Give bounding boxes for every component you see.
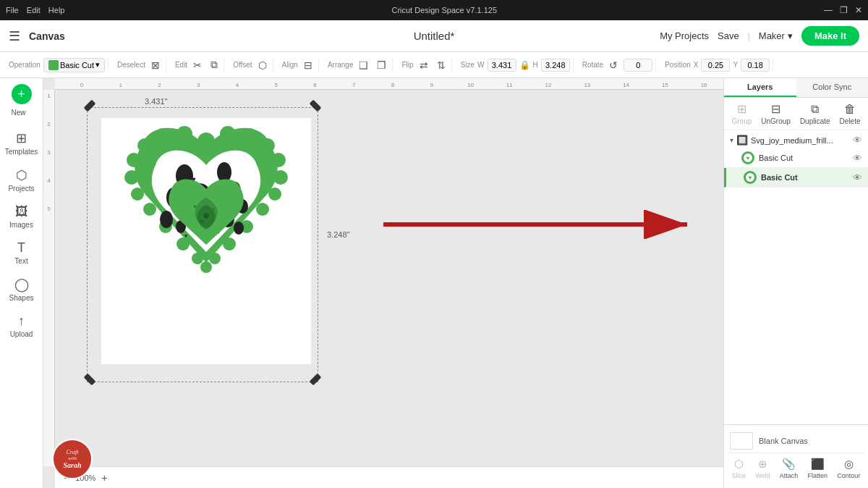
main-area: + New ⊞ Templates ⬡ Projects 🖼 Images T … xyxy=(0,78,868,488)
arrange-icon[interactable]: ❑ xyxy=(356,58,371,72)
svg-point-20 xyxy=(155,128,171,144)
templates-icon: ⊞ xyxy=(16,130,27,146)
sidebar-item-shapes[interactable]: ◯ Shapes xyxy=(0,272,43,306)
file-menu[interactable]: File xyxy=(6,6,19,14)
svg-point-13 xyxy=(176,237,190,251)
edit-icon[interactable]: ✂ xyxy=(190,58,205,72)
layer-group-header[interactable]: ▾ 🔲 Svg_joy_medium_frill... 👁 xyxy=(724,132,868,148)
edit-copy-icon[interactable]: ⧉ xyxy=(208,57,221,72)
rotate-icon[interactable]: ↺ xyxy=(606,58,621,72)
weld-icon: ⊕ xyxy=(758,458,767,471)
width-input[interactable] xyxy=(488,59,516,72)
x-input[interactable] xyxy=(701,59,730,72)
sidebar-item-templates[interactable]: ⊞ Templates xyxy=(0,126,43,160)
layer-eye-1[interactable]: 👁 xyxy=(853,153,862,164)
slice-tool[interactable]: ⬡ Slice xyxy=(729,456,749,481)
maker-selector[interactable]: Maker ▾ xyxy=(759,30,793,41)
sidebar-item-images[interactable]: 🖼 Images xyxy=(0,200,43,233)
delete-icon: 🗑 xyxy=(844,103,856,116)
weld-tool[interactable]: ⊕ Weld xyxy=(752,456,773,481)
svg-point-16 xyxy=(131,188,144,201)
align-icon[interactable]: ⊟ xyxy=(301,58,315,72)
minimize-button[interactable]: — xyxy=(824,5,833,15)
arrange-icon2[interactable]: ❒ xyxy=(374,58,389,72)
panel-tabs: Layers Color Sync xyxy=(724,78,868,98)
sidebar-item-upload[interactable]: ↑ Upload xyxy=(0,309,43,342)
title-bar: File Edit Help Cricut Design Space v7.1.… xyxy=(0,0,868,20)
restore-button[interactable]: ❐ xyxy=(840,5,848,15)
my-projects-link[interactable]: My Projects xyxy=(660,30,709,41)
delete-tool[interactable]: 🗑 Delete xyxy=(835,101,865,127)
ungroup-tool[interactable]: ⊟ UnGroup xyxy=(757,101,795,127)
save-button[interactable]: Save xyxy=(718,30,739,41)
flatten-tool[interactable]: ⬛ Flatten xyxy=(805,456,831,481)
svg-text:♥: ♥ xyxy=(184,233,187,238)
document-title: Untitled* xyxy=(414,30,455,42)
tab-layers[interactable]: Layers xyxy=(724,78,796,97)
new-button[interactable]: + New xyxy=(12,84,32,117)
arrange-group: Arrange ❑ ❒ xyxy=(325,58,393,72)
rotate-input[interactable] xyxy=(624,59,652,72)
offset-label: Offset xyxy=(233,61,252,69)
close-button[interactable]: ✕ xyxy=(855,5,862,15)
contour-tool[interactable]: ◎ Contour xyxy=(834,456,863,481)
help-menu[interactable]: Help xyxy=(48,6,65,14)
svg-point-30 xyxy=(160,211,173,228)
deselect-icon[interactable]: ⊠ xyxy=(148,58,163,72)
duplicate-tool[interactable]: ⧉ Duplicate xyxy=(796,101,835,127)
craft-logo: Craft with Sarah xyxy=(52,439,93,479)
make-it-button[interactable]: Make It xyxy=(801,26,859,46)
flip-icon[interactable]: ⇄ xyxy=(417,58,431,72)
position-label: Position xyxy=(665,61,691,69)
y-input[interactable] xyxy=(741,59,770,72)
svg-text:♥: ♥ xyxy=(212,206,215,211)
flip-icon2[interactable]: ⇅ xyxy=(434,58,448,72)
edit-label: Edit xyxy=(175,61,187,69)
zoom-increase[interactable]: + xyxy=(101,472,107,484)
svg-point-43 xyxy=(203,213,209,219)
sidebar-item-text[interactable]: T Text xyxy=(0,236,43,269)
rotate-group: Rotate ↺ xyxy=(579,58,656,72)
app-menu: File Edit Help xyxy=(6,6,64,14)
images-icon: 🖼 xyxy=(15,204,28,219)
height-input[interactable] xyxy=(541,59,570,72)
size-label: Size xyxy=(461,61,475,69)
flip-group: Flip ⇄ ⇅ xyxy=(399,58,451,72)
tab-color-sync[interactable]: Color Sync xyxy=(796,78,869,97)
canvas-area[interactable]: 0 1 2 3 4 5 6 7 8 9 10 11 12 13 14 15 16… xyxy=(43,78,723,488)
group-icon-small: 🔲 xyxy=(736,135,748,146)
y-label: Y xyxy=(733,61,738,69)
layer-item-1[interactable]: ♥ Basic Cut 👁 xyxy=(724,148,868,168)
operation-dropdown[interactable]: Basic Cut ▾ xyxy=(43,58,105,72)
slice-icon: ⬡ xyxy=(734,458,744,471)
group-tool[interactable]: ⊞ Group xyxy=(728,101,757,127)
heart-svg-design: ♥ ♥ ♥ ♥ ♥ ♥ ♥ ♥ ♥ ♥ xyxy=(101,118,311,364)
lock-icon[interactable]: 🔒 xyxy=(519,60,530,70)
svg-point-9 xyxy=(223,237,236,251)
position-group: Position X Y xyxy=(662,59,773,72)
x-label: X xyxy=(694,61,699,69)
layer-item-2[interactable]: ♥ Basic Cut 👁 xyxy=(724,168,868,188)
size-group: Size W 🔒 H xyxy=(458,59,574,72)
arrow-indicator xyxy=(383,210,702,239)
ungroup-icon: ⊟ xyxy=(771,102,780,116)
hamburger-menu[interactable]: ☰ xyxy=(9,28,20,44)
red-arrow-svg xyxy=(383,210,702,239)
group-eye-icon[interactable]: 👁 xyxy=(853,135,862,146)
sidebar-item-projects[interactable]: ⬡ Projects xyxy=(0,163,43,197)
offset-icon[interactable]: ⬡ xyxy=(255,58,270,72)
attach-tool[interactable]: 📎 Attach xyxy=(777,456,801,481)
edit-group: Edit ✂ ⧉ xyxy=(172,57,224,72)
design-canvas-box[interactable]: ♥ ♥ ♥ ♥ ♥ ♥ ♥ ♥ ♥ ♥ xyxy=(101,118,311,364)
blank-canvas-label: Blank Canvas xyxy=(759,437,808,445)
edit-menu[interactable]: Edit xyxy=(27,6,41,14)
align-group: Align ⊟ xyxy=(279,58,319,72)
layer-eye-2[interactable]: 👁 xyxy=(853,172,862,183)
dimension-width-label: 3.431" xyxy=(145,97,167,106)
arrange-label: Arrange xyxy=(328,61,354,69)
ruler-vertical: 1 2 3 4 5 xyxy=(43,90,55,466)
layer-thumb-1: ♥ xyxy=(741,151,754,164)
duplicate-icon: ⧉ xyxy=(811,103,819,116)
svg-point-2 xyxy=(242,128,258,144)
layer-name-2: Basic Cut xyxy=(761,173,848,182)
